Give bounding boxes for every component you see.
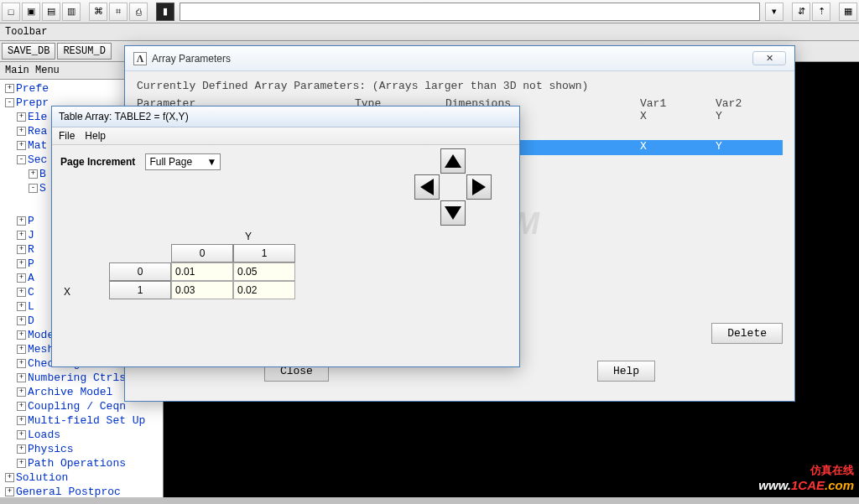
col-header-1[interactable]: 1 <box>233 244 295 262</box>
tb-tool1-icon[interactable]: ⌘ <box>89 3 107 21</box>
tree-item[interactable]: +Solution <box>2 470 161 485</box>
tb-console-icon[interactable]: ▮ <box>156 3 174 21</box>
tb-open-icon[interactable]: ▣ <box>22 3 40 21</box>
array-dialog-title: Array Parameters <box>152 53 231 65</box>
arrow-left-button[interactable] <box>414 174 440 200</box>
ansys-logo-icon: Λ <box>133 52 147 65</box>
tree-item[interactable]: +General Postproc <box>2 485 161 497</box>
tb-save-icon[interactable]: ▤ <box>42 3 60 21</box>
table-dialog-title: Table Array: TABLE2 = f(X,Y) <box>59 111 189 122</box>
delete-button[interactable]: Delete <box>711 323 783 344</box>
chevron-down-icon: ▼ <box>206 156 216 168</box>
tb-print-icon[interactable]: ▥ <box>62 3 81 21</box>
cell-1-0[interactable]: 0.03 <box>171 281 233 299</box>
array-dialog-titlebar[interactable]: Λ Array Parameters ✕ <box>125 46 794 71</box>
tb-sort-icon[interactable]: ⇵ <box>792 3 810 21</box>
tree-item[interactable]: +Physics <box>2 442 161 456</box>
table-menu-bar: File Help <box>52 127 519 145</box>
row-header-0[interactable]: 0 <box>109 262 171 281</box>
tb-dropdown-icon[interactable]: ▾ <box>765 3 784 21</box>
nav-arrows <box>414 148 492 226</box>
table-array-dialog: Table Array: TABLE2 = f(X,Y) File Help P… <box>51 106 520 367</box>
arrow-up-button[interactable] <box>440 148 466 174</box>
cell-0-0[interactable]: 0.01 <box>171 262 233 281</box>
tb-new-icon[interactable]: □ <box>2 3 20 21</box>
tree-item[interactable]: +Multi-field Set Up <box>2 413 161 428</box>
close-icon[interactable]: ✕ <box>752 51 786 65</box>
x-axis-label: X <box>64 286 70 298</box>
tree-item[interactable]: +Loads <box>2 428 161 442</box>
row-header-1[interactable]: 1 <box>109 281 171 299</box>
save-db-button[interactable]: SAVE_DB <box>2 43 55 60</box>
file-menu[interactable]: File <box>59 130 75 142</box>
tb-tool3-icon[interactable]: ⎙ <box>129 3 148 21</box>
tb-tool2-icon[interactable]: ⌗ <box>109 3 128 21</box>
arrow-right-button[interactable] <box>466 174 492 200</box>
help-menu[interactable]: Help <box>85 130 106 142</box>
cell-0-1[interactable]: 0.05 <box>233 262 295 281</box>
command-input[interactable] <box>180 3 760 21</box>
cell-1-1[interactable]: 0.02 <box>233 281 295 299</box>
tb-up-icon[interactable]: ⇡ <box>812 3 830 21</box>
y-axis-label: Y <box>245 231 252 242</box>
resum-db-button[interactable]: RESUM_D <box>57 43 111 60</box>
col-header-0[interactable]: 0 <box>171 244 233 262</box>
tb-grid-icon[interactable]: ▦ <box>839 3 857 21</box>
table-dialog-titlebar[interactable]: Table Array: TABLE2 = f(X,Y) <box>52 107 519 127</box>
page-increment-label: Page Increment <box>60 156 135 168</box>
help-button[interactable]: Help <box>597 361 655 382</box>
array-subtitle: Currently Defined Array Parameters: (Arr… <box>137 80 783 92</box>
toolbar-label: Toolbar <box>0 23 859 41</box>
data-grid: Y X 0 1 0 0.01 0.05 1 0.03 0.02 <box>109 244 295 299</box>
icon-toolbar: □ ▣ ▤ ▥ ⌘ ⌗ ⎙ ▮ ▾ ⇵ ⇡ ▦ <box>0 0 859 23</box>
arrow-down-button[interactable] <box>440 200 466 226</box>
tree-item[interactable]: +Path Operations <box>2 456 161 470</box>
page-increment-select[interactable]: Full Page ▼ <box>145 153 221 170</box>
watermark: 仿真在线 www.1CAE.com <box>758 463 854 492</box>
